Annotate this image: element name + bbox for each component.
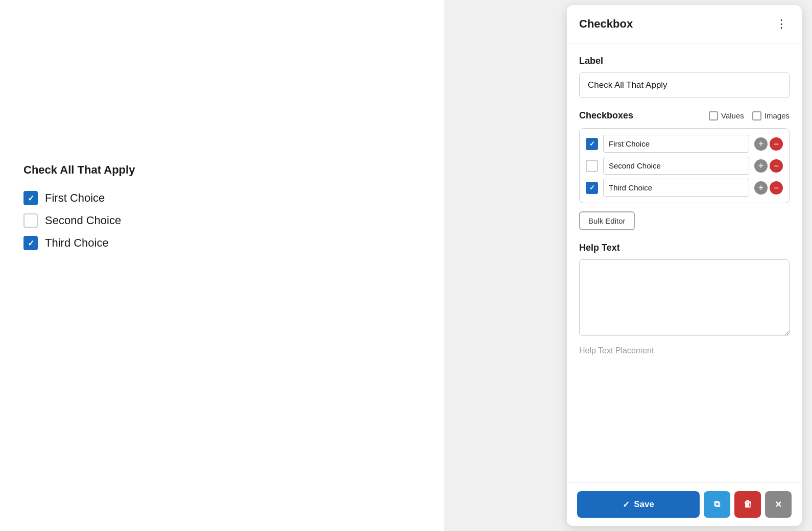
panel-menu-button[interactable]: ⋮ bbox=[774, 15, 790, 33]
delete-button[interactable]: 🗑 bbox=[734, 491, 761, 518]
images-label: Images bbox=[765, 111, 790, 120]
values-label: Values bbox=[721, 111, 744, 120]
help-text-section-heading: Help Text bbox=[579, 243, 790, 253]
list-item-2: + − bbox=[586, 157, 783, 175]
preview-item-3[interactable]: Third Choice bbox=[23, 232, 135, 254]
bulk-editor-button[interactable]: Bulk Editor bbox=[579, 211, 635, 230]
list-actions-3: + − bbox=[754, 181, 783, 195]
copy-icon: ⧉ bbox=[714, 499, 720, 510]
remove-item-2-button[interactable]: − bbox=[770, 159, 783, 173]
list-actions-1: + − bbox=[754, 137, 783, 151]
list-item-1: + − bbox=[586, 135, 783, 153]
panel-header: Checkbox ⋮ bbox=[567, 5, 802, 43]
label-section-heading: Label bbox=[579, 56, 790, 66]
copy-button[interactable]: ⧉ bbox=[704, 491, 730, 518]
preview-label-1: First Choice bbox=[45, 191, 105, 205]
images-checkbox[interactable] bbox=[752, 111, 761, 120]
list-input-1[interactable] bbox=[603, 135, 749, 153]
list-input-2[interactable] bbox=[603, 157, 749, 175]
preview-label-2: Second Choice bbox=[45, 214, 121, 227]
save-label: Save bbox=[634, 499, 654, 510]
checkboxes-section-heading: Checkboxes bbox=[579, 110, 701, 121]
checkbox-list: + − + − + − bbox=[579, 128, 790, 203]
preview-content: Check All That Apply First Choice Second… bbox=[23, 163, 135, 254]
remove-item-3-button[interactable]: − bbox=[770, 181, 783, 195]
panel-footer: ✓ Save ⧉ 🗑 ✕ bbox=[567, 482, 802, 526]
checkboxes-header: Checkboxes Values Images bbox=[579, 110, 790, 121]
add-item-3-button[interactable]: + bbox=[754, 181, 768, 195]
add-item-2-button[interactable]: + bbox=[754, 159, 768, 173]
list-input-3[interactable] bbox=[603, 179, 749, 197]
preview-item-1[interactable]: First Choice bbox=[23, 187, 135, 209]
panel-title: Checkbox bbox=[579, 17, 633, 31]
save-check-icon: ✓ bbox=[623, 499, 630, 510]
save-button[interactable]: ✓ Save bbox=[577, 491, 700, 518]
panel-body: Label Checkboxes Values Images + − bbox=[567, 43, 802, 482]
preview-group-label: Check All That Apply bbox=[23, 163, 135, 177]
list-actions-2: + − bbox=[754, 159, 783, 173]
preview-item-2[interactable]: Second Choice bbox=[23, 209, 135, 232]
preview-checkbox-1[interactable] bbox=[23, 191, 38, 205]
images-toggle[interactable]: Images bbox=[752, 111, 790, 120]
preview-area: Check All That Apply First Choice Second… bbox=[0, 0, 444, 531]
list-checkbox-1[interactable] bbox=[586, 138, 598, 150]
remove-item-1-button[interactable]: − bbox=[770, 137, 783, 151]
values-checkbox[interactable] bbox=[709, 111, 718, 120]
list-item-3: + − bbox=[586, 179, 783, 197]
trash-icon: 🗑 bbox=[744, 499, 752, 510]
label-input[interactable] bbox=[579, 73, 790, 98]
preview-checkbox-2[interactable] bbox=[23, 213, 38, 228]
preview-label-3: Third Choice bbox=[45, 236, 109, 250]
help-text-input[interactable] bbox=[579, 259, 790, 336]
preview-checkbox-3[interactable] bbox=[23, 236, 38, 250]
right-panel: Checkbox ⋮ Label Checkboxes Values Image… bbox=[567, 5, 802, 526]
close-button[interactable]: ✕ bbox=[765, 491, 792, 518]
values-toggle[interactable]: Values bbox=[709, 111, 744, 120]
list-checkbox-3[interactable] bbox=[586, 182, 598, 194]
help-text-placement-label: Help Text Placement bbox=[579, 346, 790, 355]
list-checkbox-2[interactable] bbox=[586, 160, 598, 172]
add-item-1-button[interactable]: + bbox=[754, 137, 768, 151]
close-icon: ✕ bbox=[775, 499, 782, 510]
